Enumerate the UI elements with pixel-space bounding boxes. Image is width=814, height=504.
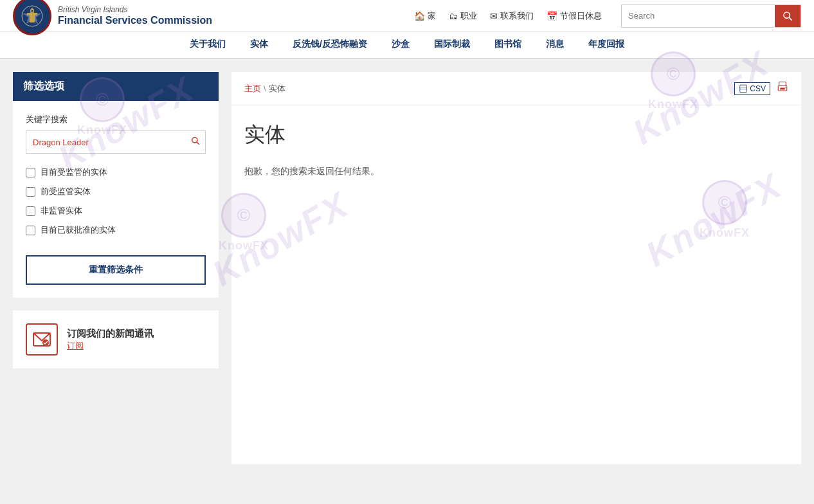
- checkbox-item-approved: 目前已获批准的实体: [26, 224, 206, 236]
- logo-line2: Financial Services Commission: [58, 14, 212, 26]
- top-bar: British Virgin Islands Financial Service…: [0, 0, 814, 32]
- career-icon: 🗂: [449, 11, 458, 21]
- logo-line1: British Virgin Islands: [58, 5, 212, 14]
- no-results-message: 抱歉，您的搜索未返回任何结果。: [231, 166, 801, 197]
- breadcrumb-home-link[interactable]: 主页: [244, 83, 261, 94]
- breadcrumb-bar: 主页 \ 实体 CSV: [231, 72, 801, 105]
- main-nav-about[interactable]: 关于我们: [187, 32, 228, 59]
- printer-icon: [777, 81, 788, 93]
- header-search-box: [621, 4, 801, 28]
- search-icon: [782, 11, 793, 21]
- svg-rect-17: [780, 88, 785, 90]
- logo-area: British Virgin Islands Financial Service…: [13, 0, 212, 35]
- main-nav-aml[interactable]: 反洗钱/反恐怖融资: [290, 32, 370, 59]
- checkbox-prev-regulated-label: 前受监管实体: [41, 186, 91, 197]
- page-title-area: 实体: [231, 105, 801, 166]
- top-nav-career[interactable]: 🗂职业: [449, 10, 477, 22]
- checkbox-approved-label: 目前已获批准的实体: [41, 224, 116, 236]
- main-nav-news[interactable]: 消息: [543, 32, 566, 59]
- sidebar: 筛选选项 关键字搜索 目前受监管的实体 前受监管实体: [13, 72, 219, 464]
- svg-rect-15: [779, 82, 786, 86]
- checkbox-unregulated[interactable]: [26, 206, 35, 216]
- envelope-icon: [33, 332, 51, 346]
- header-search-input[interactable]: [622, 5, 775, 27]
- breadcrumb-links: 主页 \ 实体: [244, 83, 285, 94]
- svg-point-6: [784, 12, 790, 18]
- checkbox-unregulated-label: 非监管实体: [41, 205, 82, 217]
- keyword-label: 关键字搜索: [26, 114, 206, 125]
- newsletter-subscribe-link[interactable]: 订阅: [67, 341, 84, 350]
- checkbox-regulated-label: 目前受监管的实体: [41, 166, 107, 178]
- home-icon: 🏠: [414, 11, 425, 21]
- main-nav-sandbox[interactable]: 沙盒: [389, 32, 412, 59]
- keyword-input-wrap: [26, 130, 206, 154]
- contact-icon: ✉: [490, 11, 498, 21]
- reset-filter-button[interactable]: 重置筛选条件: [26, 255, 206, 285]
- csv-label: CSV: [750, 84, 766, 93]
- newsletter-box: 订阅我们的新闻通讯 订阅: [13, 310, 219, 368]
- newsletter-title: 订阅我们的新闻通讯: [67, 328, 154, 340]
- header-search-button[interactable]: [775, 5, 800, 27]
- print-button[interactable]: [777, 81, 788, 96]
- checkbox-approved[interactable]: [26, 226, 35, 235]
- top-nav-home[interactable]: 🏠家: [414, 10, 436, 22]
- export-icons: CSV: [734, 81, 788, 96]
- search-icon-small: [191, 136, 200, 145]
- keyword-search-button[interactable]: [186, 136, 205, 148]
- logo-text: British Virgin Islands Financial Service…: [58, 5, 212, 27]
- main-nav-annual[interactable]: 年度回报: [586, 32, 627, 59]
- svg-rect-12: [740, 85, 747, 93]
- csv-icon: [739, 84, 748, 93]
- top-right: 🏠家 🗂职业 ✉联系我们 📅节假日休息: [414, 4, 801, 28]
- top-nav-holiday[interactable]: 📅节假日休息: [547, 10, 602, 22]
- checkbox-prev-regulated[interactable]: [26, 187, 35, 197]
- breadcrumb-current: 实体: [269, 83, 285, 94]
- main-nav-entity[interactable]: 实体: [248, 32, 271, 59]
- svg-point-18: [785, 87, 786, 88]
- page-title: 实体: [244, 121, 788, 149]
- filter-title: 筛选选项: [13, 72, 219, 101]
- breadcrumb-separator: \: [264, 84, 266, 93]
- newsletter-icon: [26, 323, 58, 356]
- top-nav: 🏠家 🗂职业 ✉联系我们 📅节假日休息: [414, 10, 602, 22]
- checkbox-item-unregulated: 非监管实体: [26, 205, 206, 217]
- main-nav-sanctions[interactable]: 国际制裁: [431, 32, 473, 59]
- checkbox-item-prev-regulated: 前受监管实体: [26, 186, 206, 197]
- csv-export-button[interactable]: CSV: [734, 82, 770, 95]
- checkbox-regulated[interactable]: [26, 168, 35, 177]
- content-wrapper: 筛选选项 关键字搜索 目前受监管的实体 前受监管实体: [0, 59, 814, 477]
- main-content: 主页 \ 实体 CSV: [231, 72, 801, 464]
- main-nav-library[interactable]: 图书馆: [492, 32, 524, 59]
- checkbox-item-regulated: 目前受监管的实体: [26, 166, 206, 178]
- svg-line-7: [789, 17, 792, 21]
- svg-point-5: [32, 10, 33, 12]
- sidebar-body: 关键字搜索 目前受监管的实体 前受监管实体 非监: [13, 101, 219, 298]
- logo-icon: [13, 0, 51, 35]
- svg-point-8: [192, 138, 197, 143]
- svg-rect-2: [30, 15, 35, 22]
- keyword-input[interactable]: [26, 131, 186, 153]
- newsletter-row: 订阅我们的新闻通讯 订阅: [26, 323, 206, 356]
- newsletter-text: 订阅我们的新闻通讯 订阅: [67, 328, 154, 352]
- top-nav-contact[interactable]: ✉联系我们: [490, 10, 534, 22]
- main-nav: 关于我们 实体 反洗钱/反恐怖融资 沙盒 国际制裁 图书馆 消息 年度回报: [0, 32, 814, 59]
- svg-line-9: [197, 142, 199, 145]
- holiday-icon: 📅: [547, 11, 557, 21]
